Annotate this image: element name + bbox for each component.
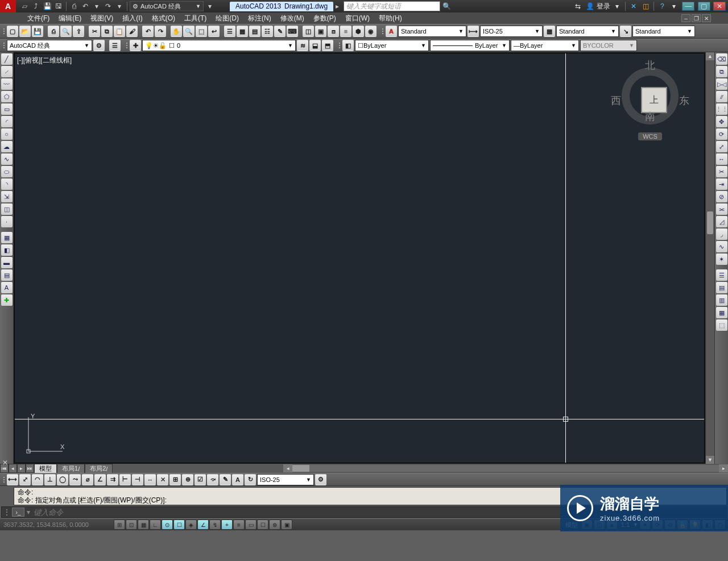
cut-icon[interactable]: ✂ bbox=[89, 26, 100, 37]
vertical-scrollbar[interactable]: ▲ ▼ bbox=[705, 52, 714, 464]
plotstyle-dropdown[interactable]: BYCOLOR▼ bbox=[580, 40, 637, 51]
blend-icon[interactable]: ∿ bbox=[716, 241, 727, 252]
dimalign-icon[interactable]: ⤢ bbox=[19, 474, 31, 485]
mark-icon[interactable]: ✎ bbox=[274, 26, 286, 37]
dimupdate-icon[interactable]: ↻ bbox=[245, 474, 256, 485]
minimize-button[interactable]: — bbox=[682, 2, 694, 11]
lineweight-dropdown[interactable]: — ByLayer▼ bbox=[511, 40, 579, 51]
dimstyle-dropdown[interactable]: ISO-25▼ bbox=[480, 26, 543, 37]
scale-icon[interactable]: ⤢ bbox=[716, 141, 727, 152]
drawing-canvas[interactable]: [-][俯视][二维线框] Y X 北 上 西 东 南 WCS bbox=[14, 53, 705, 463]
polygon-icon[interactable]: ⬠ bbox=[1, 91, 13, 102]
dimstyle-dd2[interactable]: ISO-25▼ bbox=[257, 474, 314, 485]
pline-icon[interactable]: 〰 bbox=[1, 78, 13, 90]
workspace-dropdown[interactable]: ⚙ AutoCAD 经典 ▼ bbox=[130, 1, 204, 11]
ssm-icon[interactable]: ☷ bbox=[262, 26, 273, 37]
close-button[interactable]: ✕ bbox=[713, 2, 726, 11]
tab-model[interactable]: 模型 bbox=[34, 464, 57, 473]
xref-icon[interactable]: ⧈ bbox=[328, 26, 339, 37]
search-icon[interactable]: 🔍 bbox=[442, 2, 451, 10]
move-icon[interactable]: ✥ bbox=[716, 116, 727, 127]
tol-icon[interactable]: ⊞ bbox=[169, 474, 181, 485]
layun-icon[interactable]: ⬒ bbox=[322, 40, 333, 51]
dimrad-icon[interactable]: ◯ bbox=[57, 474, 68, 485]
tp-icon[interactable]: ▤ bbox=[249, 26, 260, 37]
layerprops-icon[interactable]: ☰ bbox=[109, 40, 121, 51]
layiso-icon[interactable]: ⬓ bbox=[309, 40, 321, 51]
menu-edit[interactable]: 编辑(E) bbox=[54, 13, 86, 24]
menu-help[interactable]: 帮助(H) bbox=[374, 13, 407, 24]
qat-undo-icon[interactable]: ↶ bbox=[80, 1, 90, 11]
draworder4-icon[interactable]: ▦ bbox=[716, 307, 727, 318]
lwt-icon[interactable]: ≡ bbox=[233, 520, 245, 530]
circle-icon[interactable]: ○ bbox=[1, 128, 13, 140]
hscroll-thumb[interactable] bbox=[292, 465, 309, 472]
ren-icon[interactable]: ⬢ bbox=[353, 26, 364, 37]
viewcube-w[interactable]: 西 bbox=[611, 94, 621, 107]
ws-settings-icon[interactable]: ⚙ bbox=[93, 40, 105, 51]
ellarc-icon[interactable]: ◝ bbox=[1, 178, 13, 190]
save-icon[interactable]: 💾 bbox=[32, 26, 43, 37]
tab-prev-icon[interactable]: ◂ bbox=[9, 464, 17, 473]
dimjog-icon[interactable]: ⤳ bbox=[69, 474, 81, 485]
menu-file[interactable]: 文件(F) bbox=[23, 13, 54, 24]
fillet-icon[interactable]: ◞ bbox=[716, 228, 727, 240]
menu-window[interactable]: 窗口(W) bbox=[341, 13, 374, 24]
draworder-icon[interactable]: ☰ bbox=[716, 269, 727, 281]
draworder2-icon[interactable]: ▤ bbox=[716, 282, 727, 293]
linetype-dropdown[interactable]: ByLayer▼ bbox=[430, 40, 510, 51]
polar-icon[interactable]: ⊙ bbox=[162, 520, 173, 530]
title-chevron-icon[interactable]: ▸ bbox=[336, 2, 339, 10]
doc-min-button[interactable]: – bbox=[681, 14, 690, 22]
ortho-icon[interactable]: ∟ bbox=[150, 520, 161, 530]
dimcont-icon[interactable]: ⊣ bbox=[132, 474, 143, 485]
zoomp-icon[interactable]: ↩ bbox=[208, 26, 220, 37]
copy-icon[interactable]: ⧉ bbox=[101, 26, 113, 37]
x-icon[interactable]: ✕ bbox=[628, 1, 639, 11]
dimang-icon[interactable]: ∠ bbox=[94, 474, 106, 485]
print-icon[interactable]: ⎙ bbox=[48, 26, 59, 37]
snap-icon[interactable]: ⊡ bbox=[126, 520, 137, 530]
stretch-icon[interactable]: ↔ bbox=[716, 153, 727, 165]
qdim-icon[interactable]: ⇉ bbox=[107, 474, 118, 485]
pan-icon[interactable]: ✋ bbox=[171, 26, 182, 37]
tab-layout2[interactable]: 布局2 / bbox=[85, 464, 113, 473]
coords-readout[interactable]: 3637.3532, 1534.8156, 0.0000 bbox=[0, 521, 114, 528]
qat-redo-dd-icon[interactable]: ▾ bbox=[114, 1, 125, 11]
doc-close-button[interactable]: ✕ bbox=[702, 14, 711, 22]
offset-icon[interactable]: ⫽ bbox=[716, 91, 727, 102]
rotate-icon[interactable]: ⟳ bbox=[716, 128, 727, 140]
toolbar-grip[interactable] bbox=[2, 474, 6, 485]
dyn-icon[interactable]: + bbox=[221, 520, 233, 530]
point-icon[interactable]: · bbox=[1, 216, 13, 227]
app-logo[interactable]: A bbox=[0, 0, 16, 13]
laymcur-icon[interactable]: ≋ bbox=[297, 40, 308, 51]
copy2-icon[interactable]: ⧉ bbox=[716, 66, 727, 77]
viewcube-e[interactable]: 东 bbox=[679, 94, 689, 107]
dimtedit-icon[interactable]: A bbox=[232, 474, 243, 485]
menu-draw[interactable]: 绘图(D) bbox=[211, 13, 243, 24]
revcloud-icon[interactable]: ☁ bbox=[1, 141, 13, 152]
dimspace-icon[interactable]: ↔ bbox=[144, 474, 156, 485]
signin-dd-icon[interactable]: ▾ bbox=[612, 1, 622, 11]
match-icon[interactable]: 🖌 bbox=[126, 26, 138, 37]
zoomw-icon[interactable]: ⬚ bbox=[196, 26, 207, 37]
mtext-icon[interactable]: A bbox=[1, 282, 13, 293]
makeblock-icon[interactable]: ◫ bbox=[1, 203, 13, 215]
help-dd-icon[interactable]: ▾ bbox=[669, 1, 679, 11]
menu-insert[interactable]: 插入(I) bbox=[118, 13, 147, 24]
spline-icon[interactable]: ∿ bbox=[1, 153, 13, 165]
toolbar-grip[interactable] bbox=[125, 40, 129, 51]
group-icon[interactable]: ⬚ bbox=[716, 319, 727, 331]
explode-icon[interactable]: ✶ bbox=[716, 254, 727, 265]
qat-undo-dd-icon[interactable]: ▾ bbox=[92, 1, 102, 11]
tablestyle-icon[interactable]: ▦ bbox=[544, 26, 555, 37]
qat-save-icon[interactable]: 💾 bbox=[42, 1, 52, 11]
mirror-icon[interactable]: ▷◁ bbox=[716, 78, 727, 90]
qat-plot-icon[interactable]: ⎙ bbox=[69, 1, 79, 11]
dimdia-icon[interactable]: ⌀ bbox=[82, 474, 93, 485]
grid-icon[interactable]: ▦ bbox=[138, 520, 149, 530]
box-icon[interactable]: ◫ bbox=[640, 1, 651, 11]
workspace-dd2[interactable]: AutoCAD 经典▼ bbox=[7, 40, 92, 51]
cmd-close-icon[interactable]: ✕ bbox=[2, 459, 8, 467]
